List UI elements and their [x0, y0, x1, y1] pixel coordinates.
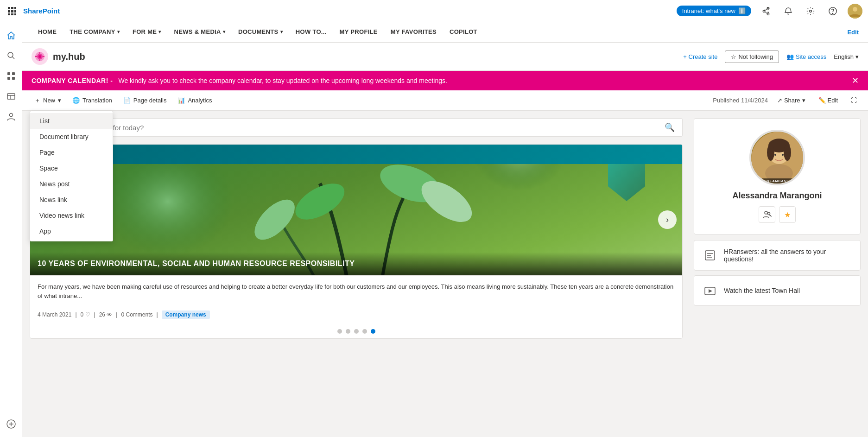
content-nav-icon[interactable]: [2, 87, 20, 106]
help-icon[interactable]: [825, 4, 840, 19]
townhall-icon: [702, 282, 718, 299]
nav-documents[interactable]: DOCUMENTS ▾: [232, 22, 289, 43]
dropdown-page-item[interactable]: Page: [30, 145, 113, 160]
separator: |: [116, 311, 117, 318]
carousel-dot-5[interactable]: [371, 329, 375, 334]
townhall-link-card[interactable]: Watch the latest Town Hall: [694, 275, 861, 306]
left-nav: [0, 22, 22, 437]
layout: HOME THE COMPANY ▾ FOR ME ▾ NEWS & MEDIA…: [0, 22, 868, 437]
svg-rect-4: [11, 10, 13, 13]
search-bar: 🔍: [30, 118, 683, 137]
share-icon[interactable]: [759, 4, 773, 19]
not-following-button[interactable]: ☆ Not following: [725, 51, 779, 63]
highlights-description: For many years, we have been making care…: [30, 275, 682, 307]
waffle-icon[interactable]: [6, 5, 19, 18]
highlights-header: Highlights: [30, 145, 682, 164]
nav-forme[interactable]: FOR ME ▾: [126, 22, 168, 43]
notifications-icon[interactable]: [781, 4, 796, 19]
separator: |: [157, 311, 158, 318]
svg-point-10: [763, 10, 765, 12]
article-comments[interactable]: 0 Comments: [121, 311, 152, 318]
dropdown-space-item[interactable]: Space: [30, 160, 113, 176]
nav-home[interactable]: HOME: [32, 22, 63, 43]
banner-close-icon[interactable]: ✕: [852, 76, 859, 86]
nav-howto[interactable]: HOW TO...: [289, 22, 333, 43]
chevron-down-icon: ▾: [158, 29, 161, 34]
site-header-actions: + Create site ☆ Not following 👥 Site acc…: [683, 51, 859, 63]
hranswers-link-card[interactable]: HRanswers: all the answers to your quest…: [694, 240, 861, 271]
nav-news[interactable]: NEWS & MEDIA ▾: [168, 22, 232, 43]
edit-button[interactable]: ✏️ Edit: [815, 95, 842, 106]
fullscreen-button[interactable]: ⛶: [847, 95, 861, 106]
banner-message: We kindly ask you to check the company c…: [118, 77, 447, 84]
dropdown-document-library-item[interactable]: Document library: [30, 129, 113, 145]
user-avatar[interactable]: [848, 4, 862, 19]
add-nav-icon[interactable]: [2, 415, 20, 433]
site-logo-icon: [32, 48, 48, 65]
svg-rect-23: [12, 77, 15, 80]
carousel-dot-4[interactable]: [362, 329, 367, 334]
nav-copilot[interactable]: COPILOT: [443, 22, 484, 43]
new-button[interactable]: ＋ New ▾: [30, 94, 66, 108]
svg-point-14: [810, 10, 812, 12]
new-dropdown-menu: List Document library Page Space News po…: [30, 111, 113, 241]
carousel-next-button[interactable]: ›: [658, 210, 677, 229]
toolbar-right: Published 11/4/2024 ↗ Share ▾ ✏️ Edit ⛶: [713, 95, 861, 106]
chevron-down-icon: ▾: [855, 53, 859, 60]
profile-favorite-button[interactable]: ★: [779, 206, 796, 223]
language-button[interactable]: English ▾: [834, 53, 859, 60]
published-label: Published 11/4/2024: [713, 97, 768, 104]
translation-label: Translation: [82, 97, 112, 104]
translation-button[interactable]: 🌐 Translation: [68, 94, 117, 107]
settings-icon[interactable]: [803, 4, 818, 19]
svg-line-12: [765, 9, 767, 11]
info-icon: ℹ️: [738, 7, 746, 14]
search-nav-icon[interactable]: [2, 46, 20, 65]
not-following-label: Not following: [738, 53, 773, 60]
dropdown-list-item[interactable]: List: [30, 113, 113, 129]
carousel-dot-1[interactable]: [337, 329, 342, 334]
dropdown-news-link-item[interactable]: News link: [30, 192, 113, 208]
carousel-dots: [30, 324, 682, 338]
dropdown-news-post-item[interactable]: News post: [30, 176, 113, 192]
site-header: my.hub + Create site ☆ Not following 👥 S…: [22, 43, 868, 71]
svg-rect-5: [14, 10, 16, 13]
search-icon[interactable]: 🔍: [665, 122, 675, 133]
nav-favorites[interactable]: MY FAVORITES: [384, 22, 443, 43]
edit-label: Edit: [828, 97, 838, 104]
main-content: HOME THE COMPANY ▾ FOR ME ▾ NEWS & MEDIA…: [22, 22, 868, 437]
nav-company[interactable]: THE COMPANY ▾: [63, 22, 126, 43]
svg-point-28: [38, 55, 41, 58]
dropdown-video-news-link-item[interactable]: Video news link: [30, 208, 113, 223]
carousel-dot-3[interactable]: [354, 329, 359, 334]
content-area: 🔍 Highlights: [22, 111, 868, 437]
home-nav-icon[interactable]: [2, 26, 20, 44]
site-access-button[interactable]: 👥 Site access: [786, 53, 826, 60]
svg-point-45: [784, 144, 791, 161]
highlights-image: 10 YEARS OF ENVIRONMENTAL, SOCIAL AND HU…: [30, 164, 682, 275]
svg-rect-21: [12, 72, 15, 75]
create-site-button[interactable]: + Create site: [683, 53, 717, 60]
svg-point-44: [767, 144, 774, 161]
nav-profile[interactable]: MY PROFILE: [333, 22, 384, 43]
search-input[interactable]: [38, 124, 661, 132]
article-tag[interactable]: Company news: [162, 310, 210, 319]
svg-rect-0: [8, 7, 10, 9]
svg-rect-8: [14, 13, 16, 15]
highlights-card: Highlights: [30, 144, 683, 339]
profile-people-button[interactable]: [759, 206, 775, 223]
analytics-button[interactable]: 📊 Analytics: [173, 94, 216, 107]
main-column: 🔍 Highlights: [30, 118, 683, 430]
plus-icon: ＋: [34, 96, 40, 105]
hranswers-icon: [702, 247, 718, 264]
dropdown-app-item[interactable]: App: [30, 223, 113, 239]
intranet-badge[interactable]: Intranet: what's new ℹ️: [677, 6, 751, 16]
nav-edit-btn[interactable]: Edit: [847, 29, 859, 36]
article-likes[interactable]: 0 ♡: [81, 311, 90, 318]
carousel-dot-2[interactable]: [346, 329, 350, 334]
user-nav-icon[interactable]: [2, 108, 20, 126]
apps-nav-icon[interactable]: [2, 67, 20, 85]
svg-rect-20: [7, 72, 10, 75]
share-button[interactable]: ↗ Share ▾: [773, 95, 809, 106]
page-details-button[interactable]: 📄 Page details: [119, 94, 171, 107]
